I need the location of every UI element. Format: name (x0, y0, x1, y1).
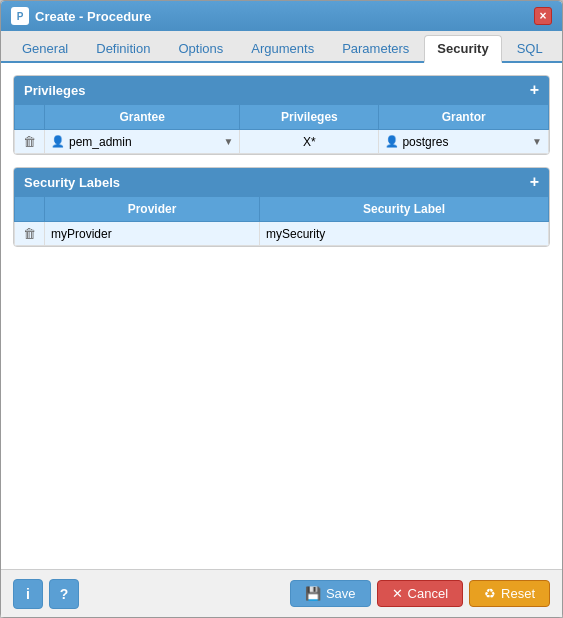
reset-label: Reset (501, 586, 535, 601)
privileges-title: Privileges (24, 83, 85, 98)
privileges-section: Privileges + Grantee Privileges Grantor … (13, 75, 550, 155)
footer-right: 💾 Save ✕ Cancel ♻ Reset (290, 580, 550, 607)
title-bar: P Create - Procedure × (1, 1, 562, 31)
grantor-inner: 👤 postgres (385, 135, 448, 149)
col-action-2 (15, 197, 45, 222)
row-action-1: 🗑 (15, 130, 45, 154)
col-action-1 (15, 105, 45, 130)
security-labels-table: Provider Security Label 🗑 myProvider myS… (14, 196, 549, 246)
tab-arguments[interactable]: Arguments (238, 35, 327, 61)
title-bar-left: P Create - Procedure (11, 7, 151, 25)
col-security-label: Security Label (260, 197, 549, 222)
privileges-table: Grantee Privileges Grantor 🗑 👤 (14, 104, 549, 154)
security-labels-title: Security Labels (24, 175, 120, 190)
privileges-header: Privileges + (14, 76, 549, 104)
save-label: Save (326, 586, 356, 601)
tab-sql[interactable]: SQL (504, 35, 556, 61)
footer-left: i ? (13, 579, 79, 609)
window-title: Create - Procedure (35, 9, 151, 24)
save-button[interactable]: 💾 Save (290, 580, 371, 607)
tab-parameters[interactable]: Parameters (329, 35, 422, 61)
grantor-wrapper: 👤 postgres ▼ (385, 135, 542, 149)
save-icon: 💾 (305, 586, 321, 601)
table-row: 🗑 myProvider mySecurity (15, 222, 549, 246)
app-icon: P (11, 7, 29, 25)
col-grantee: Grantee (45, 105, 240, 130)
help-button[interactable]: ? (49, 579, 79, 609)
footer: i ? 💾 Save ✕ Cancel ♻ Reset (1, 569, 562, 617)
grantee-dropdown-icon[interactable]: ▼ (223, 136, 233, 147)
cancel-icon: ✕ (392, 586, 403, 601)
col-grantor: Grantor (379, 105, 549, 130)
security-labels-add-button[interactable]: + (530, 174, 539, 190)
cancel-label: Cancel (408, 586, 448, 601)
grantor-dropdown-icon[interactable]: ▼ (532, 136, 542, 147)
tab-security[interactable]: Security (424, 35, 501, 63)
table-row: 🗑 👤 pem_admin ▼ X* (15, 130, 549, 154)
privileges-value: X* (240, 130, 379, 154)
grantee-cell: 👤 pem_admin ▼ (45, 130, 240, 154)
close-button[interactable]: × (534, 7, 552, 25)
provider-value: myProvider (45, 222, 260, 246)
tab-options[interactable]: Options (165, 35, 236, 61)
delete-icon[interactable]: 🗑 (23, 226, 36, 241)
security-label-value: mySecurity (260, 222, 549, 246)
info-button[interactable]: i (13, 579, 43, 609)
main-window: P Create - Procedure × General Definitio… (0, 0, 563, 618)
reset-icon: ♻ (484, 586, 496, 601)
grantor-name: postgres (402, 135, 448, 149)
grantee-name: pem_admin (69, 135, 132, 149)
row-action-2: 🗑 (15, 222, 45, 246)
privileges-add-button[interactable]: + (530, 82, 539, 98)
tab-bar: General Definition Options Arguments Par… (1, 31, 562, 63)
tab-general[interactable]: General (9, 35, 81, 61)
tab-content: Privileges + Grantee Privileges Grantor … (1, 63, 562, 569)
security-labels-header: Security Labels + (14, 168, 549, 196)
security-labels-section: Security Labels + Provider Security Labe… (13, 167, 550, 247)
grantee-wrapper: 👤 pem_admin ▼ (51, 135, 233, 149)
reset-button[interactable]: ♻ Reset (469, 580, 550, 607)
grantor-cell: 👤 postgres ▼ (379, 130, 549, 154)
grantee-value: 👤 pem_admin (51, 135, 132, 149)
cancel-button[interactable]: ✕ Cancel (377, 580, 463, 607)
delete-icon[interactable]: 🗑 (23, 134, 36, 149)
col-provider: Provider (45, 197, 260, 222)
grantor-user-icon: 👤 (385, 135, 399, 148)
tab-definition[interactable]: Definition (83, 35, 163, 61)
col-privileges: Privileges (240, 105, 379, 130)
grantee-user-icon: 👤 (51, 135, 65, 148)
